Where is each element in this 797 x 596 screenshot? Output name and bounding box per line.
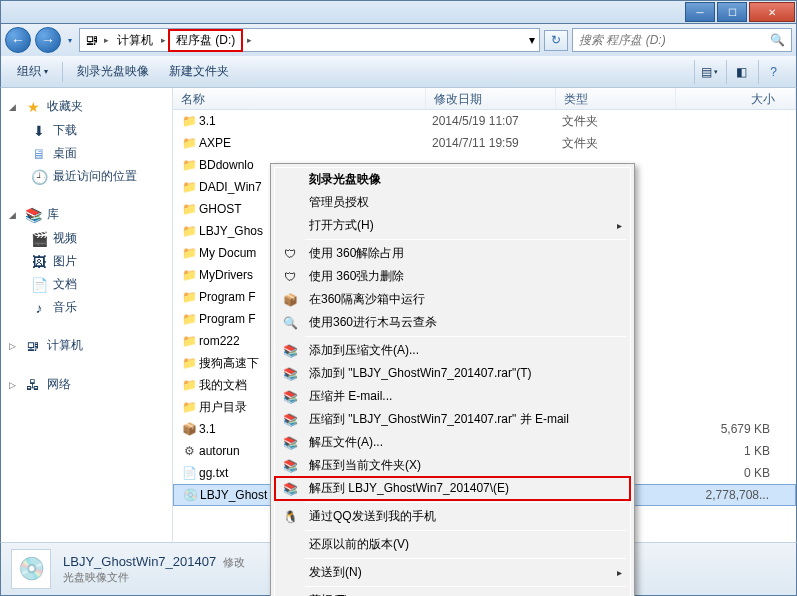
context-item[interactable]: 🐧通过QQ发送到我的手机 (275, 505, 630, 528)
file-icon: 📄 (179, 466, 199, 480)
sidebar-item-music[interactable]: ♪音乐 (1, 296, 172, 319)
breadcrumb-computer[interactable]: 计算机 (113, 30, 157, 51)
column-date[interactable]: 修改日期 (426, 88, 556, 109)
context-separator (305, 336, 626, 337)
context-item[interactable]: 📚添加到压缩文件(A)... (275, 339, 630, 362)
context-item[interactable]: 📚解压文件(A)... (275, 431, 630, 454)
context-item[interactable]: 打开方式(H)▸ (275, 214, 630, 237)
file-icon: ⚙ (179, 444, 199, 458)
help-button[interactable]: ? (758, 60, 788, 84)
context-item-label: 还原以前的版本(V) (309, 536, 409, 553)
network-icon: 🖧 (25, 377, 41, 393)
context-item[interactable]: 还原以前的版本(V) (275, 533, 630, 556)
context-separator (305, 558, 626, 559)
libraries-header[interactable]: ◢📚库 (1, 202, 172, 227)
breadcrumb-arrow: ▸ (247, 35, 252, 45)
address-bar[interactable]: 🖳 ▸ 计算机 ▸ 程序盘 (D:) ▸ ▾ (79, 28, 540, 52)
music-icon: ♪ (31, 300, 47, 316)
context-item[interactable]: 📚添加到 "LBJY_GhostWin7_201407.rar"(T) (275, 362, 630, 385)
context-item[interactable]: 🛡使用 360解除占用 (275, 242, 630, 265)
computer-icon: 🖳 (84, 32, 100, 48)
status-modified-label: 修改 (223, 556, 245, 568)
breadcrumb-drive[interactable]: 程序盘 (D:) (168, 29, 243, 52)
preview-pane-button[interactable]: ◧ (726, 60, 756, 84)
context-item[interactable]: 📦在360隔离沙箱中运行 (275, 288, 630, 311)
context-item[interactable]: 🔍使用360进行木马云查杀 (275, 311, 630, 334)
breadcrumb-arrow: ▸ (104, 35, 109, 45)
view-options-button[interactable]: ▤▾ (694, 60, 724, 84)
context-item-icon: 📚 (279, 482, 301, 496)
forward-button[interactable]: → (35, 27, 61, 53)
context-item-icon: 📚 (279, 436, 301, 450)
context-item-label: 发送到(N) (309, 564, 362, 581)
back-button[interactable]: ← (5, 27, 31, 53)
file-row[interactable]: 📁AXPE2014/7/11 19:59文件夹 (173, 132, 796, 154)
recent-icon: 🕘 (31, 169, 47, 185)
context-item-label: 使用360进行木马云查杀 (309, 314, 437, 331)
computer-header[interactable]: ▷🖳计算机 (1, 333, 172, 358)
sidebar-item-downloads[interactable]: ⬇下载 (1, 119, 172, 142)
context-item-label: 解压到当前文件夹(X) (309, 457, 421, 474)
history-dropdown[interactable]: ▾ (65, 28, 75, 52)
context-item-icon: 📚 (279, 459, 301, 473)
sidebar-item-recent[interactable]: 🕘最近访问的位置 (1, 165, 172, 188)
context-item-label: 添加到 "LBJY_GhostWin7_201407.rar"(T) (309, 365, 532, 382)
column-size[interactable]: 大小 (676, 88, 796, 109)
context-item[interactable]: 发送到(N)▸ (275, 561, 630, 584)
file-icon: 📁 (179, 268, 199, 282)
context-item[interactable]: 🛡使用 360强力删除 (275, 265, 630, 288)
context-item[interactable]: 📚压缩到 "LBJY_GhostWin7_201407.rar" 并 E-mai… (275, 408, 630, 431)
file-row[interactable]: 📁3.12014/5/19 11:07文件夹 (173, 110, 796, 132)
context-item-icon: 📚 (279, 367, 301, 381)
context-item[interactable]: 管理员授权 (275, 191, 630, 214)
file-icon: 📁 (179, 114, 199, 128)
breadcrumb-arrow: ▸ (161, 35, 166, 45)
context-item-icon: 📚 (279, 413, 301, 427)
file-size: 2,778,708... (683, 488, 789, 502)
burn-button[interactable]: 刻录光盘映像 (69, 60, 157, 83)
column-name[interactable]: 名称 (173, 88, 426, 109)
file-size: 1 KB (682, 444, 790, 458)
context-item[interactable]: 剪切(T) (275, 589, 630, 596)
search-input[interactable]: 搜索 程序盘 (D:) 🔍 (572, 28, 792, 52)
file-icon: 💿 (180, 488, 200, 502)
video-icon: 🎬 (31, 231, 47, 247)
context-item-label: 通过QQ发送到我的手机 (309, 508, 436, 525)
context-item[interactable]: 📚解压到当前文件夹(X) (275, 454, 630, 477)
context-item-label: 使用 360强力删除 (309, 268, 404, 285)
file-thumbnail: 💿 (11, 549, 51, 589)
context-item[interactable]: 📚压缩并 E-mail... (275, 385, 630, 408)
sidebar-item-pictures[interactable]: 🖼图片 (1, 250, 172, 273)
favorites-header[interactable]: ◢★收藏夹 (1, 94, 172, 119)
context-item-label: 管理员授权 (309, 194, 369, 211)
file-name: AXPE (199, 136, 432, 150)
sidebar-item-videos[interactable]: 🎬视频 (1, 227, 172, 250)
navigation-bar: ← → ▾ 🖳 ▸ 计算机 ▸ 程序盘 (D:) ▸ ▾ ↻ 搜索 程序盘 (D… (0, 24, 797, 56)
file-date: 2014/5/19 11:07 (432, 114, 562, 128)
new-folder-button[interactable]: 新建文件夹 (161, 60, 237, 83)
context-item-label: 压缩到 "LBJY_GhostWin7_201407.rar" 并 E-mail (309, 411, 569, 428)
minimize-button[interactable]: ─ (685, 2, 715, 22)
address-dropdown[interactable]: ▾ (529, 33, 535, 47)
separator (62, 62, 63, 82)
navigation-pane: ◢★收藏夹 ⬇下载 🖥桌面 🕘最近访问的位置 ◢📚库 🎬视频 🖼图片 📄文档 ♪… (1, 88, 173, 542)
file-date: 2014/7/11 19:59 (432, 136, 562, 150)
sidebar-item-documents[interactable]: 📄文档 (1, 273, 172, 296)
context-item-icon: 🐧 (279, 510, 301, 524)
close-button[interactable]: ✕ (749, 2, 795, 22)
network-header[interactable]: ▷🖧网络 (1, 372, 172, 397)
file-icon: 📁 (179, 180, 199, 194)
context-item[interactable]: 📚解压到 LBJY_GhostWin7_201407\(E) (275, 477, 630, 500)
context-item-label: 解压到 LBJY_GhostWin7_201407\(E) (309, 480, 509, 497)
maximize-button[interactable]: ☐ (717, 2, 747, 22)
organize-button[interactable]: 组织▾ (9, 60, 56, 83)
computer-icon: 🖳 (25, 338, 41, 354)
context-separator (305, 586, 626, 587)
file-icon: 📁 (179, 202, 199, 216)
context-item-label: 打开方式(H) (309, 217, 374, 234)
search-placeholder: 搜索 程序盘 (D:) (579, 32, 666, 49)
column-type[interactable]: 类型 (556, 88, 676, 109)
refresh-button[interactable]: ↻ (544, 30, 568, 51)
sidebar-item-desktop[interactable]: 🖥桌面 (1, 142, 172, 165)
context-item[interactable]: 刻录光盘映像 (275, 168, 630, 191)
